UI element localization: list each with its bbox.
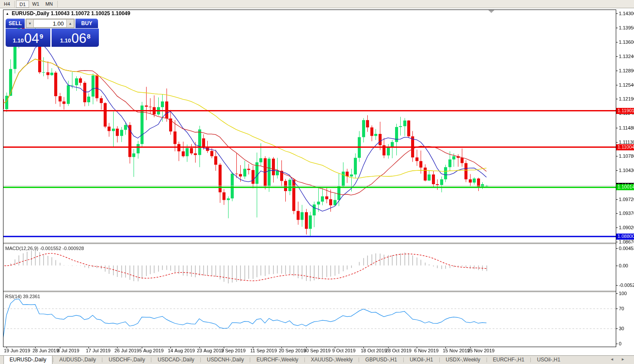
tab-eurusd-daily[interactable]: EURUSD-,Daily [3, 356, 52, 364]
volume-up-icon[interactable]: ▲ [66, 19, 74, 28]
tab-xauusd-weekly[interactable]: XAUUSD-,Weekly [305, 356, 358, 364]
tab-separator [359, 358, 359, 362]
tab-separator [200, 358, 201, 362]
sell-price-big: 04 [24, 32, 39, 45]
volume-stepper: ▼ ▲ [26, 19, 75, 28]
buy-price-big: 06 [72, 32, 86, 45]
tab-separator [304, 358, 305, 362]
tab-ukoil-h1[interactable]: UKOil-,H1 [404, 356, 439, 364]
tab-eurchf-weekly[interactable]: EURCHF-,Weekly [251, 356, 304, 364]
tab-gbpusd-h1[interactable]: GBPUSD-,H1 [359, 356, 402, 364]
tab-separator [102, 358, 102, 362]
collapse-icon[interactable]: ▲ [6, 12, 9, 16]
tab-separator [151, 358, 151, 362]
tab-usdchf-daily[interactable]: USDCHF-,Daily [103, 356, 150, 364]
ohlc-quote-text: EURUSD-,Daily 1.10043 1.10072 1.10025 1.… [12, 10, 131, 16]
buy-price-sup: 8 [87, 32, 90, 40]
tab-separator [439, 358, 440, 362]
tab-eurchf-h1[interactable]: EURCHF-,H1 [487, 356, 530, 364]
tab-separator [53, 358, 53, 362]
buy-button[interactable]: BUY [75, 19, 98, 28]
tab-separator [530, 358, 531, 362]
sell-button[interactable]: SELL [6, 19, 25, 28]
chart-info-line: ▲EURUSD-,Daily 1.10043 1.10072 1.10025 1… [6, 10, 130, 16]
chart-tab-bar: EURUSD-,DailyAUDUSD-,DailyUSDCHF-,DailyU… [0, 355, 634, 364]
timeframe-d1-button[interactable]: D1 [16, 0, 29, 8]
timeframe-w1-button[interactable]: W1 [29, 0, 42, 8]
buy-price[interactable]: 1.10068 [52, 29, 99, 47]
macd-indicator-label: MACD(12,26,9) -0.001552 -0.000928 [5, 246, 84, 251]
timeframe-mn-button[interactable]: MN [42, 0, 56, 8]
tab-separator [487, 358, 487, 362]
tab-usdx-weekly[interactable]: USDX-,Weekly [440, 356, 486, 364]
buy-price-prefix: 1.10 [60, 37, 71, 44]
tab-usoil-h1[interactable]: USOil-,H1 [531, 356, 566, 364]
tab-separator [403, 358, 404, 362]
sell-price[interactable]: 1.10049 [6, 29, 50, 47]
timeframe-h4-button[interactable]: H4 [1, 0, 13, 8]
mt4-chart-window: H4 D1 W1 MN ▲EURUSD-,Daily 1.10043 1.100… [0, 0, 634, 364]
rsi-indicator-label: RSI(14) 39.2361 [5, 294, 40, 299]
chart-canvas[interactable] [0, 0, 634, 364]
volume-down-icon[interactable]: ▼ [26, 19, 34, 28]
sell-price-sup: 9 [39, 32, 43, 40]
tab-usdcnh-daily[interactable]: USDCNH-,Daily [201, 356, 249, 364]
timeframe-toolbar: H4 D1 W1 MN [0, 0, 634, 8]
tab-scroll-arrows[interactable]: ◄ ► [610, 357, 628, 361]
tab-usdcad-daily[interactable]: USDCAD-,Daily [152, 356, 200, 364]
toolbar-separator [57, 1, 58, 7]
toolbar-separator [14, 1, 15, 7]
sell-price-prefix: 1.10 [13, 37, 23, 44]
tab-separator [250, 358, 250, 362]
one-click-trading-panel: SELL ▼ ▲ BUY 1.10049 1.10068 [6, 19, 99, 47]
tab-audusd-daily[interactable]: AUDUSD-,Daily [54, 356, 102, 364]
volume-input[interactable] [34, 19, 66, 28]
